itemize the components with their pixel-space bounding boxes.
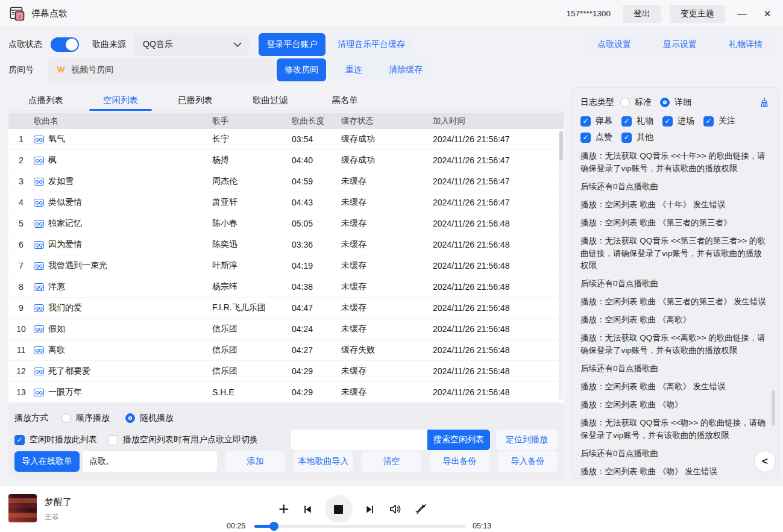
logout-button[interactable]: 登出 (623, 5, 661, 23)
command-keyword-input[interactable] (83, 451, 217, 472)
clean-platform-cache-button[interactable]: 清理音乐平台缓存 (330, 33, 412, 56)
idle-checkbox[interactable]: 空闲时播放此列表 (14, 434, 97, 445)
table-scrollbar[interactable] (559, 130, 563, 400)
search-input[interactable] (291, 430, 427, 450)
playback-mode-option[interactable]: 随机播放 (125, 413, 174, 424)
added-time: 2024/11/26 21:56:47 (433, 155, 564, 165)
tab-request-list[interactable]: 点播列表 (8, 90, 83, 110)
modify-room-button[interactable]: 修改房间 (277, 58, 326, 81)
table-row[interactable]: 2QQ枫杨搏04:40缓存成功2024/11/26 21:56:47 (8, 150, 564, 171)
playback-mode-radio-selected (125, 413, 135, 423)
collapse-panel-button[interactable]: < (754, 451, 776, 472)
log-filter-checkbox[interactable]: 关注 (703, 116, 735, 127)
table-row[interactable]: 5QQ独家记忆陈小春05:05未缓存2024/11/26 21:56:48 (8, 213, 564, 234)
row-index: 10 (8, 324, 34, 334)
log-entry: 播放：空闲列表 歌曲 《离歌》 (580, 314, 770, 327)
song-artist: 萧亚轩 (212, 197, 292, 208)
checkbox-checked (703, 116, 714, 127)
log-filter-checkbox[interactable]: 点赞 (580, 132, 612, 143)
import-backup-button[interactable]: 导入备份 (498, 451, 558, 472)
song-artist: 长宇 (212, 134, 292, 145)
room-number-label: 房间号 (8, 64, 34, 75)
log-filter-checkbox[interactable]: 礼物 (621, 116, 653, 127)
room-input[interactable]: 视频号房间 (48, 58, 274, 81)
log-type-option[interactable]: 标准 (620, 97, 652, 108)
close-icon[interactable]: ✕ (759, 8, 776, 19)
table-row[interactable]: 13QQ一眼万年S.H.E04:29未缓存2024/11/26 21:56:48 (8, 382, 564, 403)
tab-played-list[interactable]: 已播列表 (158, 90, 233, 110)
crossed-arrow-icon[interactable] (414, 502, 428, 516)
local-import-button[interactable]: 本地歌曲导入 (294, 451, 353, 472)
reconnect-button[interactable]: 重连 (331, 58, 377, 81)
table-row[interactable]: 11QQ离歌信乐团04:27缓存失败2024/11/26 21:56:48 (8, 340, 564, 361)
song-name: 因为爱情 (48, 239, 82, 250)
song-status-label: 点歌状态 (8, 39, 42, 50)
album-art (8, 494, 37, 522)
table-row[interactable]: 8QQ洋葱杨宗纬04:38未缓存2024/11/26 21:56:48 (8, 277, 564, 298)
table-row[interactable]: 7QQ我曾遇到一束光叶斯淳04:19未缓存2024/11/26 21:56:48 (8, 255, 564, 277)
playback-mode-option[interactable]: 顺序播放 (61, 413, 110, 424)
volume-icon[interactable] (388, 502, 403, 516)
table-row[interactable]: 9QQ我们的爱F.I.R.飞儿乐团04:47未缓存2024/11/26 21:5… (8, 298, 564, 319)
stop-button[interactable] (325, 495, 353, 523)
minimize-icon[interactable]: — (734, 8, 750, 19)
checkbox-checked (580, 116, 591, 127)
song-table: 1QQ氧气长宇03:54缓存成功2024/11/26 21:56:472QQ枫杨… (8, 129, 564, 403)
tab-idle-list[interactable]: 空闲列表 (83, 90, 158, 110)
table-row[interactable]: 12QQ死了都要爱信乐团04:29未缓存2024/11/26 21:56:48 (8, 361, 564, 382)
clear-list-button[interactable]: 清空 (362, 451, 421, 472)
log-scrollbar-thumb[interactable] (772, 390, 775, 425)
playback-mode-label: 播放方式 (14, 413, 48, 424)
idle-checkbox[interactable]: 播放空闲列表时有用户点歌立即切换 (108, 434, 258, 445)
song-name-cell: QQ枫 (34, 155, 212, 166)
table-row[interactable]: 6QQ因为爱情陈奕迅03:36未缓存2024/11/26 21:56:48 (8, 234, 564, 255)
log-type-option[interactable]: 详细 (660, 97, 691, 108)
log-filter-checkbox-label: 礼物 (637, 116, 653, 127)
log-filter-checkbox[interactable]: 进场 (662, 116, 694, 127)
change-theme-button[interactable]: 变更主题 (670, 5, 725, 23)
table-row[interactable]: 4QQ类似爱情萧亚轩04:43未缓存2024/11/26 21:56:47 (8, 192, 564, 213)
player-controls: + (278, 493, 428, 525)
tab-song-filter[interactable]: 歌曲过滤 (233, 90, 307, 110)
song-name-cell: QQ离歌 (34, 345, 212, 355)
log-type-radio-selected (660, 98, 670, 107)
login-platform-button[interactable]: 登录平台账户 (259, 33, 325, 56)
log-entry: 播放：无法获取 QQ音乐 <<离歌>> 的歌曲链接，请确保登录了vip账号，并有… (580, 332, 770, 357)
add-button[interactable]: 添加 (225, 451, 285, 472)
action-buttons: 添加本地歌曲导入清空导出备份导入备份 (225, 451, 558, 472)
gift-details-button[interactable]: 礼物详情 (717, 33, 775, 56)
song-status-toggle[interactable] (51, 37, 79, 52)
song-settings-button[interactable]: 点歌设置 (585, 33, 643, 56)
row-index: 3 (8, 177, 34, 186)
log-entry: 播放：空闲列表 歌曲 《吻》 (580, 399, 770, 412)
progress-slider[interactable] (254, 525, 465, 528)
clear-cache-button[interactable]: 清除缓存 (382, 58, 430, 81)
row-index: 1 (8, 134, 34, 144)
import-online-playlist-button[interactable]: 导入在线歌单 (14, 451, 80, 472)
song-duration: 04:40 (292, 155, 341, 165)
add-song-icon[interactable]: + (278, 500, 289, 518)
tab-blacklist[interactable]: 黑名单 (307, 90, 382, 110)
table-row[interactable]: 3QQ发如雪周杰伦04:59未缓存2024/11/26 21:56:47 (8, 171, 564, 192)
log-filter-checkbox[interactable]: 弹幕 (580, 116, 612, 127)
table-row[interactable]: 10QQ假如信乐团04:24未缓存2024/11/26 21:56:48 (8, 319, 564, 340)
clear-log-broom-icon[interactable] (759, 97, 770, 108)
header-dur: 歌曲长度 (292, 116, 341, 127)
previous-track-icon[interactable] (301, 503, 313, 516)
next-track-icon[interactable] (364, 503, 377, 516)
scrollbar-thumb[interactable] (559, 131, 563, 160)
player-bar: 梦醒了 王菲 + 00:25 05:13 声音输出设备 VoiceMeeter … (0, 486, 783, 532)
table-row[interactable]: 1QQ氧气长宇03:54缓存成功2024/11/26 21:56:47 (8, 129, 564, 150)
added-time: 2024/11/26 21:56:48 (433, 282, 564, 292)
export-backup-button[interactable]: 导出备份 (430, 451, 489, 472)
log-entry: 后续还有0首点播歌曲 (580, 363, 770, 375)
row-index: 8 (8, 282, 34, 292)
display-settings-button[interactable]: 显示设置 (651, 33, 709, 56)
search-idle-list-button[interactable]: 搜索空闲列表 (427, 430, 490, 450)
locate-playing-button[interactable]: 定位到播放 (496, 430, 558, 450)
log-type-option-label: 详细 (675, 97, 691, 108)
progress-thumb[interactable] (269, 522, 278, 531)
song-source-select[interactable]: QQ音乐 (134, 33, 249, 56)
log-filter-checkbox[interactable]: 其他 (621, 132, 653, 143)
song-name-cell: QQ氧气 (34, 134, 212, 145)
